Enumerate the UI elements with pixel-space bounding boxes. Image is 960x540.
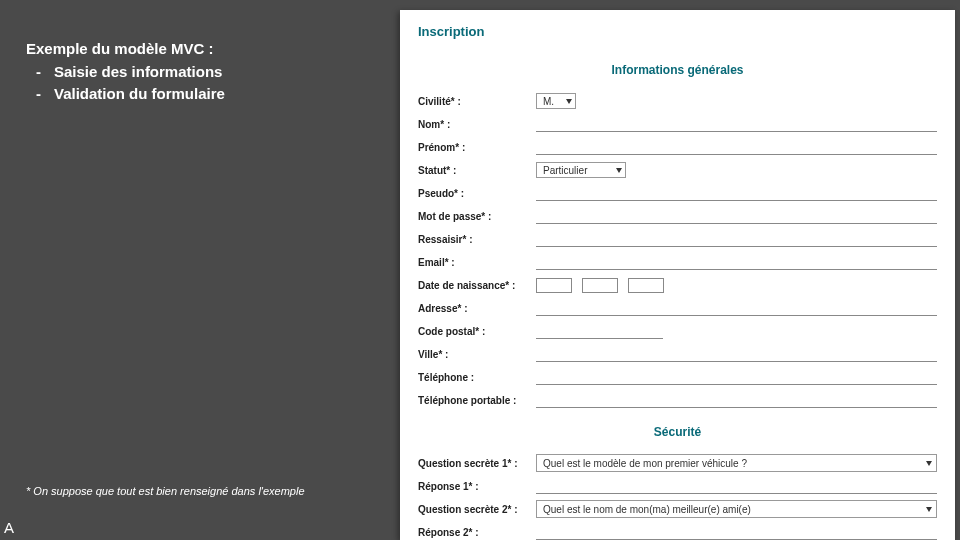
field-prenom: Prénom* :	[418, 137, 937, 157]
label-q1: Question secrète 1* :	[418, 458, 536, 469]
field-mdp: Mot de passe* :	[418, 206, 937, 226]
select-q2[interactable]: Quel est le nom de mon(ma) meilleur(e) a…	[536, 500, 937, 518]
field-statut: Statut* : Particulier	[418, 160, 937, 180]
input-r1[interactable]	[536, 479, 937, 494]
label-nom: Nom* :	[418, 119, 536, 130]
select-statut-value: Particulier	[543, 165, 587, 176]
select-q1[interactable]: Quel est le modèle de mon premier véhicu…	[536, 454, 937, 472]
select-civilite-value: M.	[543, 96, 554, 107]
input-mdp[interactable]	[536, 209, 937, 224]
input-telp[interactable]	[536, 393, 937, 408]
label-civilite: Civilité* :	[418, 96, 536, 107]
select-q2-value: Quel est le nom de mon(ma) meilleur(e) a…	[543, 504, 751, 515]
label-pseudo: Pseudo* :	[418, 188, 536, 199]
label-tel: Téléphone :	[418, 372, 536, 383]
field-cp: Code postal* :	[418, 321, 937, 341]
label-r1: Réponse 1* :	[418, 481, 536, 492]
label-q2: Question secrète 2* :	[418, 504, 536, 515]
inscription-form: Inscription Informations générales Civil…	[400, 10, 955, 540]
input-prenom[interactable]	[536, 140, 937, 155]
field-ressaisir: Ressaisir* :	[418, 229, 937, 249]
input-ville[interactable]	[536, 347, 937, 362]
section-heading-general: Informations générales	[418, 63, 937, 77]
chevron-down-icon	[926, 461, 932, 466]
label-dob: Date de naissance* :	[418, 280, 536, 291]
input-adresse[interactable]	[536, 301, 937, 316]
input-ressaisir[interactable]	[536, 232, 937, 247]
chevron-down-icon	[566, 99, 572, 104]
field-tel: Téléphone :	[418, 367, 937, 387]
input-pseudo[interactable]	[536, 186, 937, 201]
label-mdp: Mot de passe* :	[418, 211, 536, 222]
slide-title: Exemple du modèle MVC :	[26, 38, 366, 61]
section-heading-security: Sécurité	[418, 425, 937, 439]
label-cp: Code postal* :	[418, 326, 536, 337]
field-r2: Réponse 2* :	[418, 522, 937, 540]
field-r1: Réponse 1* :	[418, 476, 937, 496]
label-telp: Téléphone portable :	[418, 395, 536, 406]
field-civilite: Civilité* : M.	[418, 91, 937, 111]
input-dob-day[interactable]	[536, 278, 572, 293]
field-ville: Ville* :	[418, 344, 937, 364]
field-telp: Téléphone portable :	[418, 390, 937, 410]
select-q1-value: Quel est le modèle de mon premier véhicu…	[543, 458, 747, 469]
label-ville: Ville* :	[418, 349, 536, 360]
bullet-item: - Validation du formulaire	[26, 83, 366, 106]
slide-text-block: Exemple du modèle MVC : - Saisie des inf…	[26, 38, 366, 106]
form-page-title: Inscription	[418, 24, 937, 39]
select-statut[interactable]: Particulier	[536, 162, 626, 178]
input-dob-year[interactable]	[628, 278, 664, 293]
input-dob-month[interactable]	[582, 278, 618, 293]
field-dob: Date de naissance* :	[418, 275, 937, 295]
field-nom: Nom* :	[418, 114, 937, 134]
corner-letter: A	[4, 519, 14, 536]
field-adresse: Adresse* :	[418, 298, 937, 318]
field-pseudo: Pseudo* :	[418, 183, 937, 203]
label-prenom: Prénom* :	[418, 142, 536, 153]
field-q2: Question secrète 2* : Quel est le nom de…	[418, 499, 937, 519]
input-cp[interactable]	[536, 324, 663, 339]
label-r2: Réponse 2* :	[418, 527, 536, 538]
label-adresse: Adresse* :	[418, 303, 536, 314]
bullet-item: - Saisie des informations	[26, 61, 366, 84]
chevron-down-icon	[926, 507, 932, 512]
label-statut: Statut* :	[418, 165, 536, 176]
label-ressaisir: Ressaisir* :	[418, 234, 536, 245]
field-email: Email* :	[418, 252, 937, 272]
date-group	[536, 278, 664, 293]
input-tel[interactable]	[536, 370, 937, 385]
field-q1: Question secrète 1* : Quel est le modèle…	[418, 453, 937, 473]
input-email[interactable]	[536, 255, 937, 270]
bullet-dash: -	[36, 83, 54, 106]
chevron-down-icon	[616, 168, 622, 173]
slide-note: * On suppose que tout est bien renseigné…	[26, 484, 346, 498]
bullet-text: Saisie des informations	[54, 61, 222, 84]
label-email: Email* :	[418, 257, 536, 268]
input-r2[interactable]	[536, 525, 937, 540]
input-nom[interactable]	[536, 117, 937, 132]
select-civilite[interactable]: M.	[536, 93, 576, 109]
bullet-text: Validation du formulaire	[54, 83, 225, 106]
bullet-dash: -	[36, 61, 54, 84]
